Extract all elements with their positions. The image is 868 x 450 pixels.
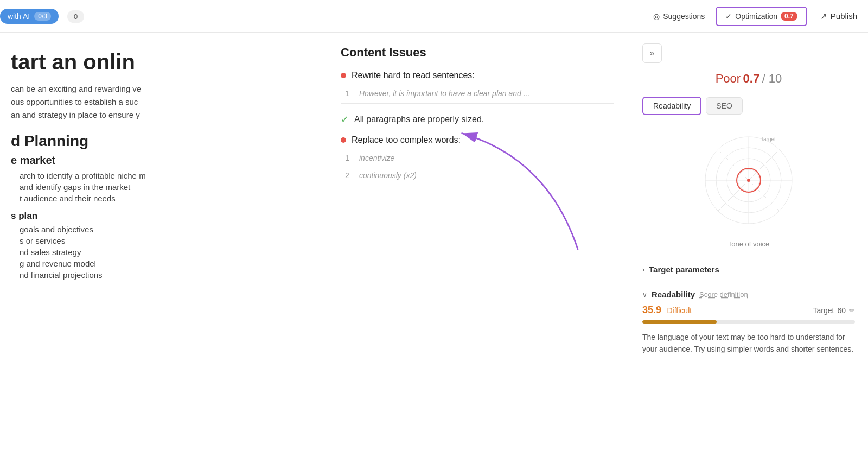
score-value: 0.7 — [743, 72, 760, 85]
list-item: s or services — [13, 236, 309, 245]
chevron-down-icon: ∨ — [642, 291, 647, 299]
editor-panel: tart an onlin can be an exciting and rew… — [0, 33, 326, 450]
read-target-display: Target 60 ✏ — [813, 306, 856, 315]
score-max: / 10 — [762, 72, 782, 85]
list-item: nd sales strategy — [13, 248, 309, 257]
radar-chart-container: Target — [642, 126, 855, 234]
readability-score-display: 35.9 Difficult — [642, 305, 692, 316]
editor-list-plan: goals and objectives s or services nd sa… — [11, 225, 309, 280]
success-label: All paragraphs are properly sized. — [354, 115, 484, 124]
svg-text:Target: Target — [761, 136, 776, 142]
list-item: nd financial projections — [13, 270, 309, 280]
issue-item-num: 1 — [345, 89, 353, 98]
issue-item-num: 1 — [345, 154, 353, 162]
readability-section-title: Readability — [652, 290, 695, 299]
readability-section: ∨ Readability Score definition 35.9 Diff… — [642, 282, 855, 356]
ai-button[interactable]: with AI 0/3 — [0, 9, 59, 24]
editor-list-market: arch to identify a profitable niche m an… — [11, 171, 309, 203]
issue-complex-label: Replace too complex words: — [352, 135, 461, 145]
target-params-section: › Target parameters — [642, 257, 855, 274]
score-poor-label: Poor — [716, 72, 741, 85]
issue-complex-item-1[interactable]: 1 incentivize — [341, 150, 614, 168]
svg-point-11 — [747, 179, 750, 182]
suggestions-button[interactable]: ◎ Suggestions — [644, 8, 713, 25]
read-score-value: 35.9 — [642, 305, 661, 315]
list-item: and identify gaps in the market — [13, 182, 309, 192]
editor-paragraph-1: can be an exciting and rewarding ve ous … — [11, 83, 309, 122]
editor-heading-main: tart an onlin — [11, 49, 309, 75]
content-issues-title: Content Issues — [341, 46, 614, 71]
app-container: with AI 0/3 0 ◎ Suggestions ✓ Optimizati… — [0, 0, 868, 450]
read-target-value: 60 — [837, 306, 846, 315]
list-item: goals and objectives — [13, 225, 309, 234]
ai-count: 0/3 — [34, 12, 51, 21]
list-item: t audience and their needs — [13, 194, 309, 203]
ai-label: with AI — [8, 12, 30, 21]
editor-heading-2: d Planning — [11, 132, 309, 150]
tab-readability[interactable]: Readability — [642, 97, 701, 115]
topbar-counter: 0 — [67, 10, 84, 23]
issues-panel: Content Issues Rewrite hard to read sent… — [326, 33, 629, 450]
readability-progress-fill — [642, 320, 717, 324]
optimization-score-badge: 0.7 — [781, 12, 797, 21]
read-difficulty-label: Difficult — [667, 306, 692, 315]
readability-header: ∨ Readability Score definition — [642, 290, 855, 299]
publish-button[interactable]: ↗ Publish — [809, 7, 868, 26]
issue-rewrite-block: Rewrite hard to read sentences: 1 Howeve… — [341, 71, 614, 103]
topbar: with AI 0/3 0 ◎ Suggestions ✓ Optimizati… — [0, 0, 868, 33]
collapse-button[interactable]: » — [642, 43, 662, 63]
issue-complex-item-2[interactable]: 2 continuously (x2) — [341, 168, 614, 185]
collapse-icon: » — [650, 48, 655, 58]
check-icon: ✓ — [341, 113, 349, 125]
issue-item-text: However, it is important to have a clear… — [359, 89, 529, 98]
list-item: arch to identify a profitable niche m — [13, 171, 309, 180]
publish-label: Publish — [831, 11, 857, 21]
topbar-left: with AI 0/3 0 — [0, 0, 84, 33]
editor-heading-4: s plan — [11, 211, 309, 221]
read-target-label: Target — [813, 306, 834, 315]
readability-score-row: 35.9 Difficult Target 60 ✏ — [642, 305, 855, 316]
editor-heading-3: e market — [11, 154, 309, 167]
chevron-right-icon: › — [642, 266, 644, 274]
suggestions-label: Suggestions — [663, 12, 705, 21]
issue-complex-block: Replace too complex words: 1 incentivize… — [341, 135, 614, 185]
issue-item-num: 2 — [345, 171, 353, 180]
share-icon: ↗ — [820, 11, 827, 21]
readability-progress-bar — [642, 320, 855, 324]
main-content: tart an onlin can be an exciting and rew… — [0, 33, 868, 450]
issue-item-text: continuously (x2) — [359, 171, 417, 180]
success-paragraphs-row: ✓ All paragraphs are properly sized. — [341, 103, 614, 135]
optimization-button[interactable]: ✓ Optimization 0.7 — [716, 7, 807, 26]
location-icon: ◎ — [653, 12, 660, 21]
topbar-right: ◎ Suggestions ✓ Optimization 0.7 ↗ Publi… — [644, 7, 868, 26]
tab-seo[interactable]: SEO — [706, 97, 743, 115]
issue-rewrite-label: Rewrite hard to read sentences: — [352, 71, 475, 80]
radar-chart: Target — [694, 126, 803, 234]
tabs-row: Readability SEO — [642, 97, 855, 115]
list-item: g and revenue model — [13, 259, 309, 268]
issue-complex-header: Replace too complex words: — [341, 135, 614, 150]
edit-icon[interactable]: ✏ — [849, 306, 855, 314]
score-display: Poor 0.7 / 10 — [642, 72, 855, 86]
target-params-header[interactable]: › Target parameters — [642, 265, 855, 274]
tone-of-voice-label: Tone of voice — [642, 240, 855, 248]
readability-description: The language of your text may be too har… — [642, 331, 855, 356]
optimization-label: Optimization — [735, 12, 777, 21]
check-circle-icon: ✓ — [725, 12, 732, 21]
issue-rewrite-item-1[interactable]: 1 However, it is important to have a cle… — [341, 86, 614, 103]
issue-rewrite-header: Rewrite hard to read sentences: — [341, 71, 614, 86]
target-params-label: Target parameters — [649, 265, 719, 274]
issue-item-text: incentivize — [359, 154, 394, 162]
optimization-panel: » Poor 0.7 / 10 Readability SEO — [629, 33, 868, 450]
issue-dot — [341, 73, 346, 78]
issue-dot — [341, 137, 346, 143]
score-definition-link[interactable]: Score definition — [699, 290, 748, 299]
